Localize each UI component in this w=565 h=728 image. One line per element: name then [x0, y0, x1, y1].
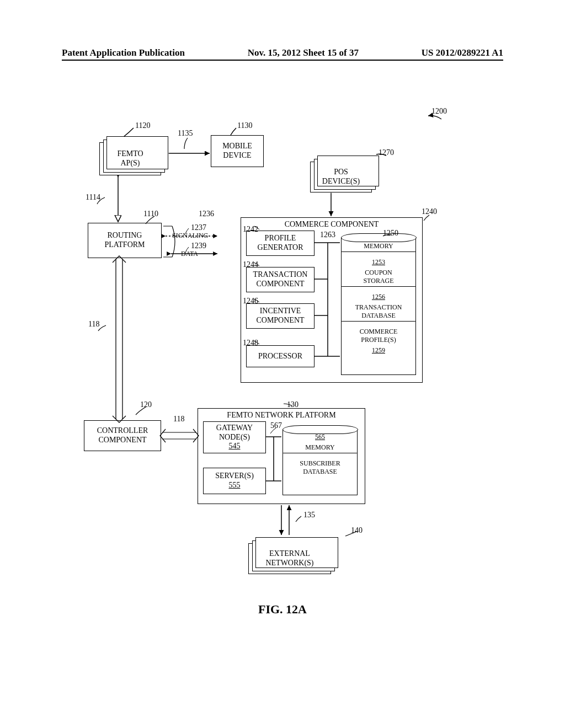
memory2-num: 565 [283, 432, 357, 442]
transaction-component-box: TRANSACTION COMPONENT [246, 267, 315, 292]
ref-567: 567 [270, 421, 282, 430]
mobile-device-box: MOBILE DEVICE [211, 135, 264, 167]
servers-num: 555 [229, 481, 241, 490]
processor-label: PROCESSOR [258, 352, 302, 361]
header-rule [62, 60, 503, 61]
pos-devices-box: POS DEVICE(S) [310, 162, 372, 192]
pos-devices-label: POS DEVICE(S) [322, 168, 360, 186]
memory-1253: 1253 [342, 257, 415, 267]
header-right: US 2012/0289221 A1 [422, 47, 503, 58]
figure-caption: FIG. 12A [0, 602, 565, 617]
mobile-device-label: MOBILE DEVICE [222, 142, 252, 160]
ref-1263: 1263 [320, 231, 335, 239]
signaling-label: SIGNALING [172, 232, 208, 240]
routing-platform-label: ROUTING PLATFORM [104, 231, 145, 250]
external-networks-box: EXTERNAL NETWORK(S) [248, 543, 331, 574]
gateway-nodes-num: 545 [229, 442, 241, 451]
controller-component-box: CONTROLLER COMPONENT [84, 420, 161, 451]
header-left: Patent Application Publication [62, 47, 185, 58]
commerce-component-label: COMMERCE COMPONENT [285, 220, 379, 229]
profile-generator-box: PROFILE GENERATOR [246, 231, 315, 256]
ref-1236: 1236 [199, 210, 214, 218]
ref-135: 135 [303, 511, 315, 520]
external-networks-label: EXTERNAL NETWORK(S) [265, 549, 313, 568]
transaction-database-label: TRANSACTION DATABASE [342, 302, 415, 321]
ref-1130: 1130 [237, 121, 252, 130]
ref-1120: 1120 [135, 121, 150, 130]
controller-component-label: CONTROLLER COMPONENT [97, 426, 148, 445]
ref-140: 140 [351, 526, 363, 535]
servers-box: SERVER(S) 555 [203, 468, 266, 494]
routing-platform-box: ROUTING PLATFORM [88, 223, 162, 258]
ref-1200: 1200 [431, 107, 447, 116]
incentive-component-label: INCENTIVE COMPONENT [256, 307, 304, 325]
ref-1239: 1239 [191, 242, 206, 250]
memory-label: MEMORY [342, 241, 415, 251]
commerce-profiles-label: COMMERCE PROFILE(S) [342, 326, 415, 345]
ref-118a: 118 [88, 320, 99, 329]
gateway-nodes-box: GATEWAY NODE(S) 545 [203, 421, 266, 453]
memory2-label: MEMORY [283, 442, 357, 453]
gateway-nodes-label: GATEWAY NODE(S) [216, 424, 253, 442]
data-label: DATA [181, 250, 198, 258]
ref-1250: 1250 [383, 229, 398, 238]
processor-box: PROCESSOR [246, 345, 315, 367]
page-header: Patent Application Publication Nov. 15, … [62, 47, 503, 58]
transaction-component-label: TRANSACTION COMPONENT [253, 270, 308, 289]
commerce-memory-cylinder: MEMORY 1253 COUPON STORAGE 1256 TRANSACT… [341, 237, 416, 375]
memory-1259: 1259 [342, 345, 415, 356]
profile-generator-label: PROFILE GENERATOR [258, 234, 303, 253]
servers-label: SERVER(S) [215, 472, 254, 481]
ref-120: 120 [140, 400, 152, 409]
femto-network-platform-label: FEMTO NETWORK PLATFORM [227, 411, 335, 420]
ref-1110: 1110 [143, 210, 158, 218]
fnp-memory-cylinder: 565 MEMORY SUBSCRIBER DATABASE [282, 429, 358, 495]
ref-118b: 118 [173, 415, 184, 424]
subscriber-database-label: SUBSCRIBER DATABASE [283, 458, 357, 477]
ref-1244: 1244 [243, 260, 258, 269]
ref-1240: 1240 [422, 207, 437, 216]
ref-1270: 1270 [379, 148, 394, 157]
memory-1256: 1256 [342, 292, 415, 302]
femto-ap-label: FEMTO AP(S) [117, 149, 143, 168]
ref-1246: 1246 [243, 297, 258, 306]
ref-1248: 1248 [243, 339, 258, 347]
ref-1242: 1242 [243, 225, 258, 234]
coupon-storage-label: COUPON STORAGE [342, 267, 415, 286]
femto-ap-box: FEMTO AP(S) [99, 142, 161, 175]
ref-1114: 1114 [86, 193, 100, 202]
ref-1237: 1237 [191, 223, 206, 232]
incentive-component-box: INCENTIVE COMPONENT [246, 303, 315, 329]
ref-1135: 1135 [178, 129, 193, 138]
ref-130: 130 [287, 400, 299, 409]
header-center: Nov. 15, 2012 Sheet 15 of 37 [248, 47, 359, 58]
